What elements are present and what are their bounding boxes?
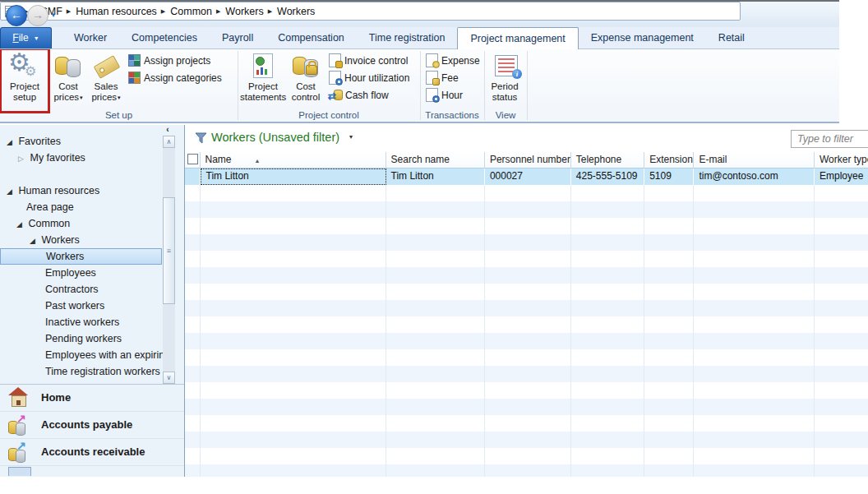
cell-extension[interactable]: 5109 bbox=[644, 169, 694, 185]
expander-icon[interactable]: ◢ bbox=[7, 134, 16, 150]
nav-item-partial-icon[interactable] bbox=[8, 467, 31, 476]
tab-retail[interactable]: Retail bbox=[706, 27, 757, 49]
grid-empty-row[interactable] bbox=[185, 399, 868, 415]
scroll-down-button[interactable]: ∨ bbox=[163, 372, 175, 384]
sidebar-item-past-workers[interactable]: Past workers bbox=[0, 298, 207, 314]
expander-icon[interactable]: ◢ bbox=[7, 183, 16, 199]
tab-project-management[interactable]: Project management bbox=[457, 27, 578, 49]
tab-time-registration[interactable]: Time registration bbox=[357, 27, 458, 49]
column-header-telephone[interactable]: Telephone bbox=[571, 152, 644, 169]
grid-empty-row[interactable] bbox=[185, 333, 868, 349]
grid-empty-row[interactable] bbox=[185, 464, 868, 477]
tab-competencies[interactable]: Competencies bbox=[119, 27, 210, 49]
nav-history-dropdown-icon[interactable]: ▼ bbox=[50, 12, 57, 19]
cash-flow-button[interactable]: ⇄ Cash flow bbox=[329, 86, 409, 104]
sidebar-item-contractors[interactable]: Contractors bbox=[0, 281, 207, 298]
cost-control-button[interactable]: Cost control bbox=[288, 50, 324, 111]
expander-icon[interactable]: ▷ bbox=[18, 150, 27, 166]
sales-prices-button[interactable]: Sales prices▾ bbox=[87, 50, 125, 111]
column-header-name[interactable]: Name▲ bbox=[201, 152, 386, 169]
tab-expense-management[interactable]: Expense management bbox=[579, 27, 706, 49]
sidebar-item-employees-expiring[interactable]: Employees with an expirin bbox=[0, 347, 207, 363]
grid-empty-row[interactable] bbox=[185, 300, 868, 316]
back-button[interactable]: ← bbox=[6, 5, 27, 26]
column-header-personnel-number[interactable]: Personnel number bbox=[485, 152, 571, 169]
sidebar-item-pending-workers[interactable]: Pending workers bbox=[0, 330, 207, 347]
column-header-email[interactable]: E-mail bbox=[694, 152, 815, 169]
breadcrumb-item[interactable]: Workers bbox=[225, 6, 263, 17]
tree-label: Employees bbox=[45, 267, 96, 279]
project-statements-button[interactable]: Project statements bbox=[240, 50, 286, 111]
scrollbar-thumb[interactable]: ≡ bbox=[163, 197, 175, 304]
sidebar-item-workers[interactable]: Workers bbox=[0, 248, 162, 265]
assign-categories-button[interactable]: Assign categories bbox=[128, 69, 222, 86]
expense-button[interactable]: Expense bbox=[426, 52, 480, 69]
column-label: Name bbox=[205, 154, 232, 165]
column-header-worker-type[interactable]: Worker type bbox=[815, 152, 868, 169]
invoice-control-button[interactable]: Invoice control bbox=[329, 52, 409, 69]
assign-projects-button[interactable]: Assign projects bbox=[128, 52, 222, 69]
tab-payroll[interactable]: Payroll bbox=[210, 27, 265, 49]
collapse-pane-icon[interactable]: ‹ bbox=[161, 126, 174, 135]
nav-item-accounts-receivable[interactable]: ↗ Accounts receivable bbox=[0, 438, 184, 466]
breadcrumb-item[interactable]: Common bbox=[170, 6, 212, 17]
grid-empty-row[interactable] bbox=[185, 349, 868, 366]
grid-empty-row[interactable] bbox=[185, 267, 868, 284]
sidebar-item-area-page[interactable]: Area page bbox=[0, 199, 188, 215]
sidebar-item-time-registration-workers[interactable]: Time registration workers bbox=[0, 363, 207, 380]
empty-cell bbox=[644, 448, 694, 464]
expander-icon[interactable]: ◢ bbox=[16, 216, 25, 232]
file-menu-button[interactable]: File▼ bbox=[0, 27, 52, 48]
forward-button[interactable]: → bbox=[27, 5, 48, 26]
fee-button[interactable]: Fee bbox=[426, 69, 480, 86]
sidebar-item-employees[interactable]: Employees bbox=[0, 265, 207, 281]
cell-worker-type[interactable]: Employee bbox=[815, 169, 868, 185]
column-header-extension[interactable]: Extension bbox=[644, 152, 694, 169]
nav-item-home[interactable]: Home bbox=[0, 384, 184, 412]
breadcrumb-item[interactable]: Workers bbox=[277, 6, 315, 17]
filter-input[interactable] bbox=[791, 130, 868, 148]
nav-item-accounts-payable[interactable]: ↗ Accounts payable bbox=[0, 411, 184, 439]
project-setup-button[interactable]: ⚙⚙ Project setup bbox=[2, 50, 48, 111]
breadcrumb-separator-icon: ▶ bbox=[67, 8, 71, 15]
sidebar-item-human-resources[interactable]: ◢ Human resources bbox=[0, 182, 169, 199]
sidebar-item-my-favorites[interactable]: ▷ My favorites bbox=[0, 150, 180, 166]
hour-button[interactable]: Hour bbox=[426, 86, 480, 104]
hour-utilization-button[interactable]: Hour utilization bbox=[329, 69, 409, 86]
grid-empty-row[interactable] bbox=[185, 432, 868, 448]
grid-empty-row[interactable] bbox=[185, 201, 868, 218]
file-menu-dropdown-icon: ▼ bbox=[34, 35, 39, 41]
cell-personnel-number[interactable]: 000027 bbox=[485, 169, 571, 185]
grid-empty-row[interactable] bbox=[185, 366, 868, 382]
grid-empty-row[interactable] bbox=[185, 448, 868, 464]
select-all-cell[interactable] bbox=[185, 152, 201, 169]
grid-empty-row[interactable] bbox=[185, 234, 868, 251]
row-checkbox-cell[interactable] bbox=[185, 169, 201, 185]
select-all-checkbox[interactable] bbox=[187, 154, 198, 164]
expander-icon[interactable]: ◢ bbox=[30, 233, 39, 248]
address-bar[interactable]: ▶ USMF ▶ Human resources ▶ Common ▶ Work… bbox=[0, 2, 741, 21]
sidebar-item-common[interactable]: ◢ Common bbox=[0, 215, 178, 232]
cell-email[interactable]: tim@contoso.com bbox=[694, 169, 815, 185]
sidebar-item-favorites[interactable]: ◢ Favorites bbox=[0, 133, 169, 150]
column-header-search-name[interactable]: Search name bbox=[386, 152, 485, 169]
grid-empty-row[interactable] bbox=[185, 251, 868, 267]
title-dropdown-icon[interactable]: ▾ bbox=[349, 133, 353, 141]
cost-prices-button[interactable]: Cost prices▾ bbox=[50, 50, 86, 111]
cell-telephone[interactable]: 425-555-5109 bbox=[571, 169, 644, 185]
sidebar-item-inactive-workers[interactable]: Inactive workers bbox=[0, 314, 207, 330]
grid-row-tim-litton[interactable]: Tim Litton Tim Litton 000027 425-555-510… bbox=[185, 169, 868, 185]
grid-empty-row[interactable] bbox=[185, 415, 868, 432]
cell-name[interactable]: Tim Litton bbox=[201, 169, 386, 185]
tab-worker[interactable]: Worker bbox=[62, 27, 119, 49]
scroll-up-button[interactable]: ∧ bbox=[163, 136, 175, 148]
tab-compensation[interactable]: Compensation bbox=[265, 27, 357, 49]
grid-empty-row[interactable] bbox=[185, 185, 868, 201]
breadcrumb-item[interactable]: Human resources bbox=[76, 6, 157, 17]
grid-empty-row[interactable] bbox=[185, 382, 868, 399]
grid-empty-row[interactable] bbox=[185, 218, 868, 234]
grid-empty-row[interactable] bbox=[185, 316, 868, 333]
period-status-button[interactable]: i Period status bbox=[487, 50, 523, 111]
cell-search-name[interactable]: Tim Litton bbox=[386, 169, 485, 185]
grid-empty-row[interactable] bbox=[185, 284, 868, 300]
